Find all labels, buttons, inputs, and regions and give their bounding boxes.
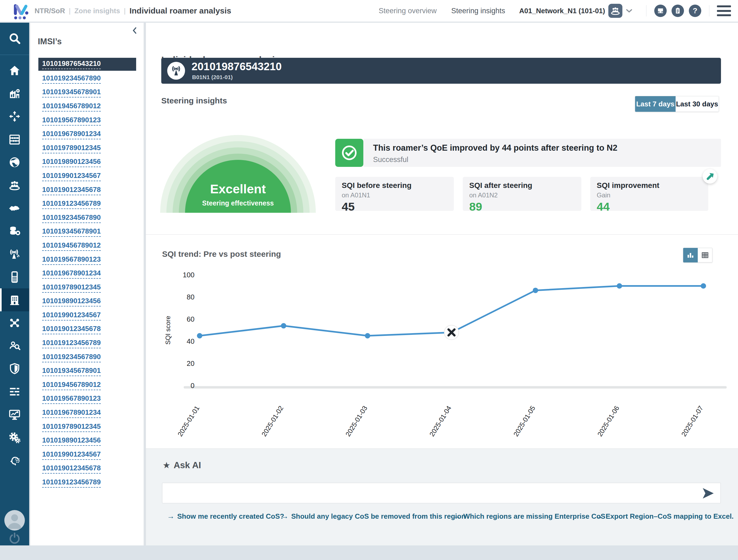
imsi-list-item[interactable]: 101019890123456 xyxy=(42,155,101,169)
left-nav xyxy=(0,23,29,545)
breadcrumb-separator: | xyxy=(124,7,125,15)
mobile-device-icon xyxy=(8,271,21,283)
imsi-list-item[interactable]: 101019234567890 xyxy=(42,211,101,225)
ai-suggestion-link[interactable]: →Should any legacy CoS be removed from t… xyxy=(281,512,466,521)
chevron-down-icon[interactable] xyxy=(626,8,633,13)
sidebar-item[interactable] xyxy=(0,242,29,265)
sidebar-item[interactable] xyxy=(0,219,29,242)
help-icon[interactable]: ? xyxy=(689,5,701,17)
imsi-list-item[interactable]: 101019678901234 xyxy=(42,406,101,420)
sidebar-item[interactable] xyxy=(0,82,29,105)
revenue-coins-icon xyxy=(8,225,21,237)
sidebar-item[interactable] xyxy=(0,403,29,426)
user-avatar[interactable] xyxy=(4,510,25,531)
sidebar-item[interactable] xyxy=(0,449,29,472)
sidebar-item[interactable] xyxy=(0,380,29,403)
imsi-list-item[interactable]: 101019567890123 xyxy=(42,392,101,406)
collapse-panel-icon[interactable] xyxy=(131,26,139,35)
imsi-list-item[interactable]: 101019678901234 xyxy=(42,127,101,141)
imsi-list-item[interactable]: 101019890123456 xyxy=(42,295,101,309)
sidebar-item[interactable] xyxy=(0,105,29,128)
imsi-list-item[interactable]: 101019678901234 xyxy=(42,267,101,281)
imsi-list-item[interactable]: 101019789012345 xyxy=(42,281,101,295)
last-30-days-button[interactable]: Last 30 days xyxy=(676,96,719,112)
sidebar-item[interactable] xyxy=(0,265,29,289)
imsi-list-item[interactable]: 101019567890123 xyxy=(42,114,101,128)
last-7-days-button[interactable]: Last 7 days xyxy=(635,96,676,112)
home-icon xyxy=(8,64,21,77)
power-icon[interactable] xyxy=(8,532,21,545)
steering-directions-icon xyxy=(8,110,21,123)
sidebar-item[interactable] xyxy=(0,196,29,219)
send-arrow-icon[interactable] xyxy=(702,487,715,500)
imsi-list-item[interactable]: 101019234567890 xyxy=(42,351,101,365)
imsi-list-item[interactable]: 101019123456789 xyxy=(42,197,101,211)
sidebar-item[interactable] xyxy=(0,174,29,196)
imsi-list-item[interactable]: 101019456789012 xyxy=(42,239,101,253)
imsi-list-item[interactable]: 101019345678901 xyxy=(42,86,101,100)
sidebar-item[interactable] xyxy=(0,334,29,357)
table-view-icon[interactable] xyxy=(698,248,712,262)
stat-card-sqi-after: SQI after steering on A01N2 89 xyxy=(463,177,581,211)
imsi-item-selected[interactable]: 101019876543210 xyxy=(38,58,136,71)
imsi-list-item[interactable]: 101019789012345 xyxy=(42,141,101,155)
imsi-list-item[interactable]: 101019901234567 xyxy=(42,448,101,462)
settings-gears-icon xyxy=(8,432,21,444)
breadcrumb-section[interactable]: Zone insights xyxy=(74,7,120,15)
imsi-value: 101019567890123 xyxy=(42,255,101,265)
imsi-value: 101019345678901 xyxy=(42,227,101,237)
ai-suggestion-label: Which regions are missing Enterprise CoS xyxy=(463,512,605,521)
imsi-list-item[interactable]: 101019890123456 xyxy=(42,434,101,448)
imsi-list-item[interactable]: 101019234567890 xyxy=(42,72,101,86)
sidebar-item[interactable] xyxy=(0,311,29,334)
breadcrumb-app[interactable]: NTR/SoR xyxy=(35,7,65,15)
sidebar-item[interactable] xyxy=(0,128,29,151)
header-nav-steering-overview[interactable]: Steering overview xyxy=(379,7,437,15)
stat-subtitle: Gain xyxy=(597,191,708,199)
sidebar-item[interactable] xyxy=(0,289,29,311)
imsi-list-item[interactable]: 101019345678901 xyxy=(42,364,101,378)
imsi-list-item[interactable]: 101019456789012 xyxy=(42,378,101,392)
imsi-list-item[interactable]: 101019901234567 xyxy=(42,169,101,183)
imsi-value: 101019789012345 xyxy=(42,422,101,432)
sqi-trend-chart[interactable]: 020406080100SQI score2025-01-012025-01-0… xyxy=(162,264,729,443)
sidebar-item[interactable] xyxy=(0,151,29,174)
app-logo xyxy=(11,2,32,19)
header-nav-steering-insights[interactable]: Steering insights xyxy=(451,7,505,15)
ai-suggestion-link[interactable]: →Export Region–CoS mapping to Excel. xyxy=(595,512,734,521)
imsi-value: 101019678901234 xyxy=(42,130,101,139)
imsi-list-item[interactable]: 101019456789012 xyxy=(42,100,101,114)
imsi-list-item[interactable]: 101019123456789 xyxy=(42,476,101,490)
tasks-clipboard-icon[interactable] xyxy=(672,5,684,17)
gauge-label: Steering effectiveness xyxy=(160,199,316,207)
chart-view-icon[interactable] xyxy=(683,248,698,262)
imsi-list-item[interactable]: 101019567890123 xyxy=(42,253,101,267)
imsi-list-item[interactable]: 101019345678901 xyxy=(42,225,101,239)
ai-suggestion-link[interactable]: →Which regions are missing Enterprise Co… xyxy=(453,512,605,521)
ask-ai-input[interactable] xyxy=(166,483,696,503)
imsi-value: 101019567890123 xyxy=(42,394,101,404)
imsi-list-item[interactable]: 101019901234567 xyxy=(42,309,101,323)
imsi-value: 101019890123456 xyxy=(42,297,101,307)
imsi-list-item[interactable]: 101019012345678 xyxy=(42,323,101,337)
sidebar-item[interactable] xyxy=(0,426,29,449)
roamer-network: B01N1 (201-01) xyxy=(192,74,233,80)
ai-suggestion-link[interactable]: →Show me recently created CoS? xyxy=(167,512,284,521)
sidebar-item[interactable] xyxy=(0,59,29,82)
search-icon[interactable] xyxy=(0,28,29,49)
imsi-value: 101019123456789 xyxy=(42,339,101,348)
steering-effectiveness-gauge: Excellent Steering effectiveness xyxy=(160,135,316,213)
imsi-list-item[interactable]: 101019012345678 xyxy=(42,462,101,476)
imsi-list-item[interactable]: 101019012345678 xyxy=(42,183,101,197)
star-icon: ★ xyxy=(162,460,170,470)
date-range-toggle: Last 7 days Last 30 days xyxy=(635,96,719,112)
imsi-value: 101019012345678 xyxy=(42,464,101,474)
network-selector[interactable]: A01_Network_N1 (101-01) xyxy=(519,4,633,18)
sidebar-item[interactable] xyxy=(0,357,29,380)
inbox-icon[interactable] xyxy=(654,5,667,17)
antenna-tower-icon xyxy=(167,62,185,80)
menu-icon[interactable] xyxy=(717,5,731,16)
market-analytics-icon xyxy=(8,87,21,100)
imsi-list-item[interactable]: 101019123456789 xyxy=(42,337,101,351)
imsi-list-item[interactable]: 101019789012345 xyxy=(42,420,101,434)
